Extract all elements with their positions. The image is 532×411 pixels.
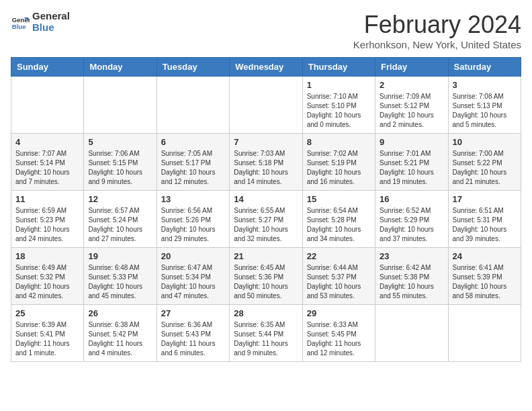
day-info: Sunrise: 7:02 AM Sunset: 5:19 PM Dayligh…: [307, 149, 371, 187]
calendar-cell: 26Sunrise: 6:38 AM Sunset: 5:42 PM Dayli…: [84, 305, 157, 362]
day-info: Sunrise: 7:06 AM Sunset: 5:15 PM Dayligh…: [88, 149, 152, 187]
calendar-cell: 24Sunrise: 6:41 AM Sunset: 5:39 PM Dayli…: [448, 248, 521, 305]
calendar-cell: 8Sunrise: 7:02 AM Sunset: 5:19 PM Daylig…: [302, 134, 375, 191]
day-number: 24: [453, 251, 517, 261]
day-number: 4: [15, 137, 79, 147]
day-info: Sunrise: 6:44 AM Sunset: 5:37 PM Dayligh…: [307, 263, 371, 301]
calendar-subtitle: Kerhonkson, New York, United States: [353, 39, 521, 50]
day-info: Sunrise: 7:09 AM Sunset: 5:12 PM Dayligh…: [380, 92, 443, 130]
day-number: 26: [88, 308, 152, 318]
logo-icon: General Blue: [11, 13, 30, 32]
day-number: 5: [88, 137, 152, 147]
day-info: Sunrise: 7:03 AM Sunset: 5:18 PM Dayligh…: [234, 149, 298, 187]
calendar-cell: 3Sunrise: 7:08 AM Sunset: 5:13 PM Daylig…: [448, 77, 521, 134]
calendar-cell: 29Sunrise: 6:33 AM Sunset: 5:45 PM Dayli…: [302, 305, 375, 362]
day-info: Sunrise: 6:56 AM Sunset: 5:26 PM Dayligh…: [161, 206, 225, 244]
day-info: Sunrise: 6:42 AM Sunset: 5:38 PM Dayligh…: [380, 263, 443, 301]
calendar-cell: 7Sunrise: 7:03 AM Sunset: 5:18 PM Daylig…: [230, 134, 302, 191]
day-number: 20: [161, 251, 225, 261]
calendar-week-4: 18Sunrise: 6:49 AM Sunset: 5:32 PM Dayli…: [11, 248, 521, 305]
day-number: 11: [15, 194, 79, 204]
day-info: Sunrise: 6:59 AM Sunset: 5:23 PM Dayligh…: [15, 206, 79, 244]
day-number: 17: [453, 194, 517, 204]
day-info: Sunrise: 6:41 AM Sunset: 5:39 PM Dayligh…: [453, 263, 517, 301]
day-number: 7: [234, 137, 298, 147]
calendar-cell: 10Sunrise: 7:00 AM Sunset: 5:22 PM Dayli…: [448, 134, 521, 191]
day-info: Sunrise: 6:48 AM Sunset: 5:33 PM Dayligh…: [88, 263, 152, 301]
calendar-cell: 9Sunrise: 7:01 AM Sunset: 5:21 PM Daylig…: [375, 134, 448, 191]
calendar-cell: 28Sunrise: 6:35 AM Sunset: 5:44 PM Dayli…: [230, 305, 302, 362]
day-header-tuesday: Tuesday: [157, 58, 229, 77]
calendar-cell: 23Sunrise: 6:42 AM Sunset: 5:38 PM Dayli…: [375, 248, 448, 305]
calendar-cell: 25Sunrise: 6:39 AM Sunset: 5:41 PM Dayli…: [11, 305, 84, 362]
calendar-cell: 1Sunrise: 7:10 AM Sunset: 5:10 PM Daylig…: [302, 77, 375, 134]
day-number: 8: [307, 137, 371, 147]
calendar-cell: [11, 77, 84, 134]
day-info: Sunrise: 7:00 AM Sunset: 5:22 PM Dayligh…: [453, 149, 517, 187]
logo: General Blue General Blue: [11, 11, 70, 33]
calendar-cell: [84, 77, 157, 134]
day-number: 2: [380, 80, 443, 90]
day-info: Sunrise: 6:51 AM Sunset: 5:31 PM Dayligh…: [453, 206, 517, 244]
day-info: Sunrise: 6:57 AM Sunset: 5:24 PM Dayligh…: [88, 206, 152, 244]
calendar-cell: 6Sunrise: 7:05 AM Sunset: 5:17 PM Daylig…: [157, 134, 229, 191]
day-info: Sunrise: 6:49 AM Sunset: 5:32 PM Dayligh…: [15, 263, 79, 301]
calendar-week-1: 1Sunrise: 7:10 AM Sunset: 5:10 PM Daylig…: [11, 77, 521, 134]
calendar-cell: 15Sunrise: 6:54 AM Sunset: 5:28 PM Dayli…: [302, 191, 375, 248]
day-header-thursday: Thursday: [302, 58, 375, 77]
calendar-cell: [375, 305, 448, 362]
calendar-title: February 2024: [353, 11, 521, 39]
day-number: 14: [234, 194, 298, 204]
day-header-sunday: Sunday: [11, 58, 84, 77]
calendar-cell: 12Sunrise: 6:57 AM Sunset: 5:24 PM Dayli…: [84, 191, 157, 248]
page-header: General Blue General Blue February 2024 …: [11, 11, 521, 50]
calendar-cell: 19Sunrise: 6:48 AM Sunset: 5:33 PM Dayli…: [84, 248, 157, 305]
day-number: 6: [161, 137, 225, 147]
calendar-cell: 14Sunrise: 6:55 AM Sunset: 5:27 PM Dayli…: [230, 191, 302, 248]
day-number: 22: [307, 251, 371, 261]
day-info: Sunrise: 7:07 AM Sunset: 5:14 PM Dayligh…: [15, 149, 79, 187]
calendar-week-5: 25Sunrise: 6:39 AM Sunset: 5:41 PM Dayli…: [11, 305, 521, 362]
day-header-monday: Monday: [84, 58, 157, 77]
day-number: 27: [161, 308, 225, 318]
day-number: 18: [15, 251, 79, 261]
day-info: Sunrise: 7:05 AM Sunset: 5:17 PM Dayligh…: [161, 149, 225, 187]
day-info: Sunrise: 6:35 AM Sunset: 5:44 PM Dayligh…: [234, 320, 298, 358]
day-number: 3: [453, 80, 517, 90]
day-number: 13: [161, 194, 225, 204]
calendar-cell: [448, 305, 521, 362]
calendar-cell: 22Sunrise: 6:44 AM Sunset: 5:37 PM Dayli…: [302, 248, 375, 305]
day-header-friday: Friday: [375, 58, 448, 77]
calendar-cell: 16Sunrise: 6:52 AM Sunset: 5:29 PM Dayli…: [375, 191, 448, 248]
day-number: 19: [88, 251, 152, 261]
calendar-cell: 11Sunrise: 6:59 AM Sunset: 5:23 PM Dayli…: [11, 191, 84, 248]
day-number: 1: [307, 80, 371, 90]
day-number: 9: [380, 137, 443, 147]
logo-general: General: [32, 11, 70, 22]
calendar-week-3: 11Sunrise: 6:59 AM Sunset: 5:23 PM Dayli…: [11, 191, 521, 248]
day-number: 23: [380, 251, 443, 261]
calendar-cell: [157, 77, 229, 134]
day-info: Sunrise: 6:33 AM Sunset: 5:45 PM Dayligh…: [307, 320, 371, 358]
calendar-cell: 27Sunrise: 6:36 AM Sunset: 5:43 PM Dayli…: [157, 305, 229, 362]
svg-text:Blue: Blue: [12, 22, 26, 30]
day-info: Sunrise: 6:52 AM Sunset: 5:29 PM Dayligh…: [380, 206, 443, 244]
day-info: Sunrise: 6:54 AM Sunset: 5:28 PM Dayligh…: [307, 206, 371, 244]
day-info: Sunrise: 6:45 AM Sunset: 5:36 PM Dayligh…: [234, 263, 298, 301]
calendar-cell: 13Sunrise: 6:56 AM Sunset: 5:26 PM Dayli…: [157, 191, 229, 248]
day-number: 29: [307, 308, 371, 318]
day-info: Sunrise: 7:08 AM Sunset: 5:13 PM Dayligh…: [453, 92, 517, 130]
day-header-saturday: Saturday: [448, 58, 521, 77]
calendar-table: SundayMondayTuesdayWednesdayThursdayFrid…: [11, 57, 521, 362]
day-info: Sunrise: 6:55 AM Sunset: 5:27 PM Dayligh…: [234, 206, 298, 244]
title-block: February 2024 Kerhonkson, New York, Unit…: [353, 11, 521, 50]
calendar-header-row: SundayMondayTuesdayWednesdayThursdayFrid…: [11, 58, 521, 77]
calendar-cell: 2Sunrise: 7:09 AM Sunset: 5:12 PM Daylig…: [375, 77, 448, 134]
day-number: 16: [380, 194, 443, 204]
day-info: Sunrise: 7:10 AM Sunset: 5:10 PM Dayligh…: [307, 92, 371, 130]
day-info: Sunrise: 6:39 AM Sunset: 5:41 PM Dayligh…: [15, 320, 79, 358]
day-info: Sunrise: 6:38 AM Sunset: 5:42 PM Dayligh…: [88, 320, 152, 358]
day-number: 10: [453, 137, 517, 147]
calendar-cell: 20Sunrise: 6:47 AM Sunset: 5:34 PM Dayli…: [157, 248, 229, 305]
day-number: 21: [234, 251, 298, 261]
